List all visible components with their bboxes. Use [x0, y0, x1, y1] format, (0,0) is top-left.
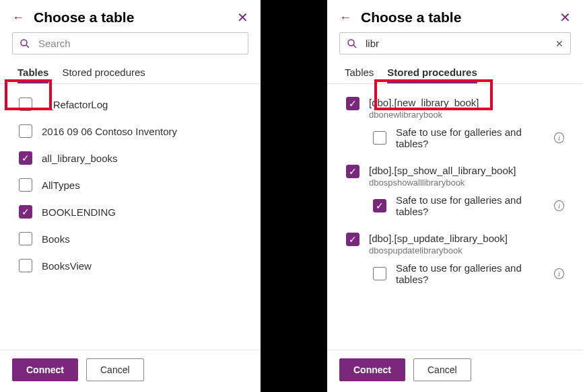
svg-point-2 [348, 40, 354, 46]
info-icon[interactable]: i [554, 268, 564, 279]
cancel-button[interactable]: Cancel [86, 358, 144, 381]
stored-procedure-row[interactable]: [dbo].[sp_update_library_book]dbospupdat… [327, 227, 583, 257]
checkbox[interactable] [19, 205, 32, 219]
checkbox[interactable] [19, 259, 32, 272]
tab-tables[interactable]: Tables [12, 60, 54, 83]
table-row[interactable]: BOOKLENDING [0, 198, 261, 225]
table-name: __RefactorLog [42, 99, 108, 110]
tab-tables[interactable]: Tables [339, 60, 379, 83]
search-icon [347, 38, 357, 49]
checkbox[interactable] [19, 151, 32, 165]
checkbox[interactable] [373, 131, 386, 145]
panel-header: ← Choose a table ✕ [0, 0, 261, 32]
search-box[interactable]: ✕ [339, 32, 571, 54]
search-input[interactable] [37, 37, 241, 50]
checkbox[interactable] [19, 97, 32, 111]
choose-table-panel-left: ← Choose a table ✕ Tables Stored procedu… [0, 0, 261, 392]
safe-for-galleries-row[interactable]: Safe to use for galleries and tables?i [327, 257, 583, 295]
table-row[interactable]: Books [0, 225, 261, 252]
stored-procedure-row[interactable]: [dbo].[new_library_book]dbonewlibraryboo… [327, 91, 583, 121]
tab-stored-procedures[interactable]: Stored procedures [382, 60, 482, 83]
stored-procedure-name: [dbo].[sp_show_all_library_book] [369, 165, 516, 176]
connect-button[interactable]: Connect [12, 358, 78, 381]
checkbox[interactable] [346, 165, 359, 178]
back-icon[interactable]: ← [12, 11, 24, 25]
checkbox[interactable] [346, 97, 359, 110]
search-input[interactable] [364, 37, 549, 50]
panel-title: Choose a table [361, 9, 550, 26]
table-name: BOOKLENDING [42, 206, 116, 218]
table-name: BooksView [42, 260, 92, 272]
close-icon[interactable]: ✕ [237, 9, 248, 26]
checkbox[interactable] [19, 178, 32, 192]
tabs: Tables Stored procedures [0, 60, 261, 84]
panel-footer: Connect Cancel [327, 350, 583, 392]
close-icon[interactable]: ✕ [559, 9, 571, 26]
table-name: all_library_books [42, 153, 118, 164]
panel-header: ← Choose a table ✕ [327, 0, 583, 32]
panel-gap [261, 0, 327, 392]
table-row[interactable]: BooksView [0, 252, 261, 279]
checkbox[interactable] [373, 267, 386, 280]
checkbox[interactable] [19, 124, 32, 138]
connect-button[interactable]: Connect [339, 358, 405, 381]
svg-line-3 [353, 45, 356, 48]
tab-stored-procedures[interactable]: Stored procedures [57, 60, 150, 83]
stored-procedure-row[interactable]: [dbo].[sp_show_all_library_book]dbospsho… [327, 159, 583, 189]
stored-procedure-name: [dbo].[sp_update_library_book] [369, 233, 508, 244]
stored-procedure-name: [dbo].[new_library_book] [369, 97, 479, 108]
cancel-button[interactable]: Cancel [413, 358, 471, 381]
table-name: AllTypes [42, 180, 80, 191]
checkbox[interactable] [373, 199, 386, 212]
panel-footer: Connect Cancel [0, 350, 261, 392]
safe-label: Safe to use for galleries and tables? [396, 262, 545, 285]
safe-label: Safe to use for galleries and tables? [396, 194, 545, 217]
tabs: Tables Stored procedures [327, 60, 583, 84]
choose-table-panel-right: ← Choose a table ✕ ✕ Tables Stored proce… [327, 0, 583, 392]
stored-procedures-list[interactable]: [dbo].[new_library_book]dbonewlibraryboo… [327, 84, 583, 350]
safe-for-galleries-row[interactable]: Safe to use for galleries and tables?i [327, 189, 583, 227]
checkbox[interactable] [346, 233, 359, 246]
table-name: 2016 09 06 Contoso Inventory [42, 126, 177, 137]
safe-for-galleries-row[interactable]: Safe to use for galleries and tables?i [327, 121, 583, 159]
table-row[interactable]: all_library_books [0, 145, 261, 171]
stored-procedure-subtitle: dbospupdatelibrarybook [369, 245, 508, 256]
table-name: Books [42, 233, 70, 245]
info-icon[interactable]: i [554, 132, 564, 143]
back-icon[interactable]: ← [339, 11, 351, 25]
stored-procedure-subtitle: dbospshowalllibrarybook [369, 178, 516, 188]
table-row[interactable]: __RefactorLog [0, 91, 261, 118]
svg-point-0 [21, 40, 27, 46]
panel-title: Choose a table [34, 9, 228, 26]
stored-procedure-subtitle: dbonewlibrarybook [369, 110, 479, 120]
tables-list[interactable]: __RefactorLog2016 09 06 Contoso Inventor… [0, 84, 261, 350]
search-box[interactable] [12, 32, 248, 54]
safe-label: Safe to use for galleries and tables? [396, 126, 545, 149]
search-icon [20, 38, 30, 49]
svg-line-1 [26, 45, 29, 48]
clear-search-icon[interactable]: ✕ [555, 38, 563, 49]
checkbox[interactable] [19, 232, 32, 245]
table-row[interactable]: 2016 09 06 Contoso Inventory [0, 118, 261, 145]
table-row[interactable]: AllTypes [0, 171, 261, 198]
info-icon[interactable]: i [554, 200, 564, 211]
